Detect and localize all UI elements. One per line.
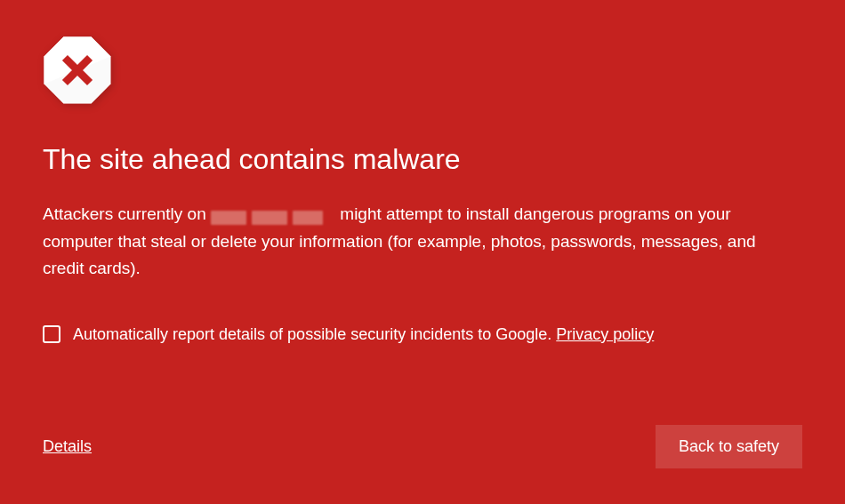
back-to-safety-button[interactable]: Back to safety xyxy=(656,425,802,468)
warning-heading: The site ahead contains malware xyxy=(43,142,802,176)
report-checkbox[interactable] xyxy=(43,325,60,343)
warning-body: Attackers currently on might attempt to … xyxy=(43,201,790,282)
stop-x-icon xyxy=(43,36,112,105)
redacted-site-name xyxy=(211,206,335,222)
details-link[interactable]: Details xyxy=(43,437,92,456)
privacy-policy-link[interactable]: Privacy policy xyxy=(556,325,654,343)
warning-icon-wrap xyxy=(43,36,802,108)
report-text: Automatically report details of possible… xyxy=(73,325,556,343)
footer-row: Details Back to safety xyxy=(43,407,802,468)
warning-body-before: Attackers currently on xyxy=(43,204,211,223)
report-row: Automatically report details of possible… xyxy=(43,325,802,344)
report-text-wrap: Automatically report details of possible… xyxy=(73,325,654,344)
